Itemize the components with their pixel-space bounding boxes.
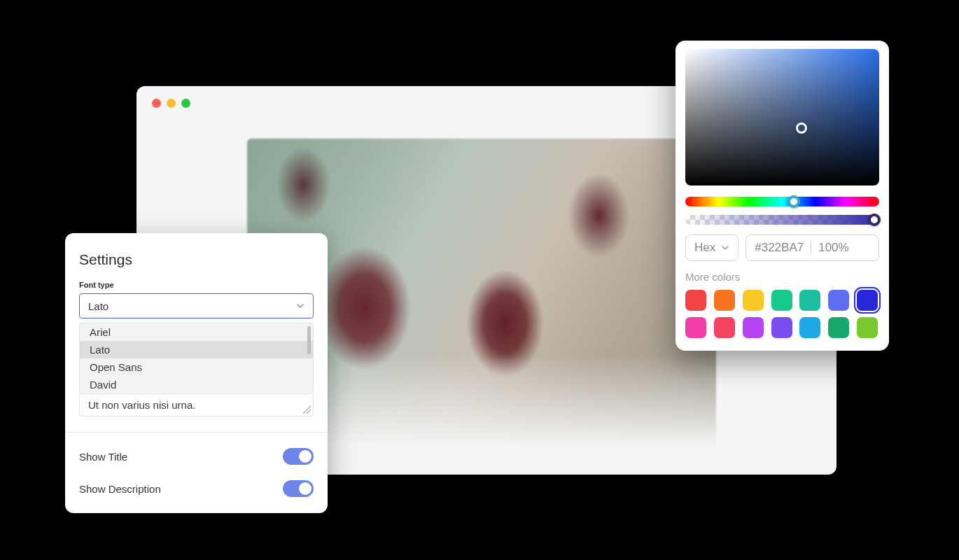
font-option-david[interactable]: David [80, 376, 313, 393]
color-swatch[interactable] [857, 290, 878, 311]
hex-value: #322BA7 [755, 241, 804, 255]
font-type-label: Font type [79, 281, 314, 289]
color-swatch[interactable] [771, 290, 792, 311]
maximize-window-button[interactable] [181, 99, 190, 108]
color-swatch[interactable] [743, 290, 764, 311]
hex-value-box[interactable]: #322BA7 100% [746, 234, 879, 261]
font-type-selected-value: Lato [88, 300, 108, 312]
color-swatch[interactable] [857, 317, 878, 338]
color-swatch[interactable] [714, 317, 735, 338]
dropdown-scrollbar[interactable] [307, 326, 311, 354]
font-option-ariel[interactable]: Ariel [80, 323, 313, 341]
show-title-toggle[interactable] [283, 448, 314, 465]
color-swatch[interactable] [828, 317, 849, 338]
resize-handle-icon[interactable] [302, 405, 311, 414]
color-swatch[interactable] [799, 290, 820, 311]
color-swatch[interactable] [743, 317, 764, 338]
close-window-button[interactable] [152, 99, 161, 108]
minimize-window-button[interactable] [167, 99, 176, 108]
swatch-grid [685, 290, 879, 338]
opacity-value: 100% [818, 241, 848, 255]
settings-title: Settings [79, 251, 314, 268]
color-swatch[interactable] [828, 290, 849, 311]
color-cursor[interactable] [796, 122, 807, 134]
settings-panel: Settings Font type Lato Ariel Lato Open … [65, 233, 328, 513]
show-title-label: Show Title [79, 451, 127, 463]
font-type-select[interactable]: Lato [79, 293, 314, 318]
description-text: Ut non varius nisi urna. [88, 399, 195, 411]
hue-slider-thumb[interactable] [788, 195, 800, 208]
divider [65, 432, 328, 433]
color-swatch[interactable] [771, 317, 792, 338]
color-swatch[interactable] [685, 317, 706, 338]
color-swatch[interactable] [714, 290, 735, 311]
hue-slider[interactable] [685, 197, 879, 206]
alpha-slider[interactable] [685, 215, 879, 225]
show-description-row: Show Description [79, 480, 314, 497]
font-option-lato[interactable]: Lato [80, 341, 313, 358]
font-type-dropdown: Ariel Lato Open Sans David [79, 323, 314, 394]
more-colors-label: More colors [685, 271, 879, 283]
color-swatch[interactable] [799, 317, 820, 338]
color-format-label: Hex [694, 241, 715, 255]
saturation-lightness-area[interactable] [685, 49, 879, 186]
color-format-select[interactable]: Hex [685, 234, 738, 261]
alpha-slider-thumb[interactable] [868, 214, 881, 226]
show-description-toggle[interactable] [283, 480, 314, 497]
color-value-row: Hex #322BA7 100% [685, 234, 879, 261]
color-picker-panel: Hex #322BA7 100% More colors [676, 41, 889, 351]
chevron-down-icon [296, 302, 304, 310]
show-description-label: Show Description [79, 483, 161, 495]
show-title-row: Show Title [79, 448, 314, 465]
value-divider [811, 241, 811, 255]
chevron-down-icon [721, 244, 729, 252]
description-textarea[interactable]: Ut non varius nisi urna. [79, 394, 314, 416]
font-option-open-sans[interactable]: Open Sans [80, 358, 313, 376]
color-swatch[interactable] [685, 290, 706, 311]
